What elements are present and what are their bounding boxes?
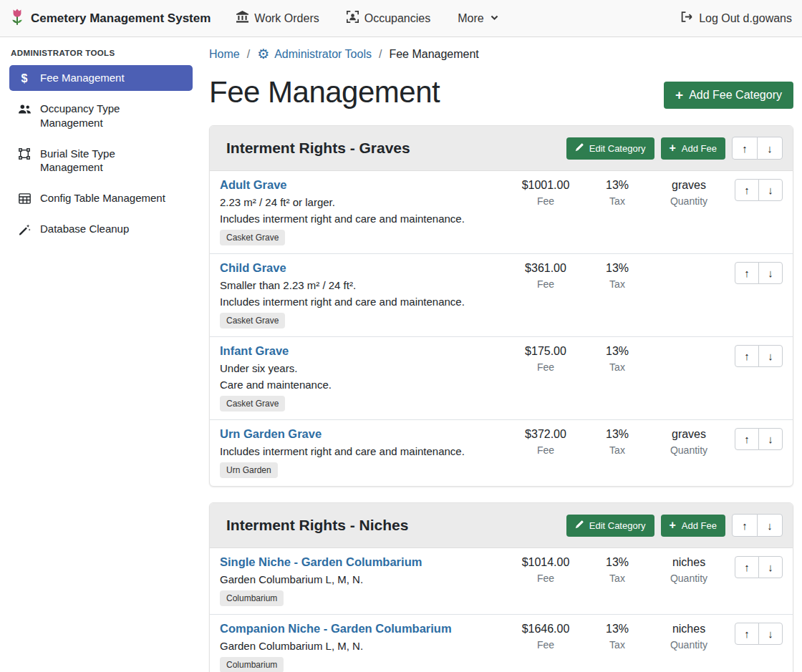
category-header: Interment Rights - Graves Edit Category: [210, 126, 793, 171]
fee-row-child-grave: Child Grave Smaller than 2.23 m² / 24 ft…: [210, 253, 793, 336]
fee-description: Care and maintenance.: [220, 379, 503, 391]
navbar-links: Work Orders Occupancies More: [236, 11, 498, 26]
move-fee-down-button[interactable]: ↓: [758, 428, 783, 450]
fee-quantity-cell: [653, 344, 725, 344]
fee-quantity-cell: [653, 260, 725, 261]
move-fee-up-button[interactable]: ↑: [735, 428, 759, 450]
logout-link[interactable]: Log Out d.gowans: [680, 11, 792, 26]
move-fee-down-button[interactable]: ↓: [758, 345, 783, 367]
logout-icon: [680, 11, 693, 26]
breadcrumb-admin-tools-link[interactable]: ⚙ Administrator Tools: [257, 47, 372, 61]
move-fee-down-button[interactable]: ↓: [758, 262, 783, 284]
fee-name-link[interactable]: Infant Grave: [220, 344, 289, 358]
fee-row-infant-grave: Infant Grave Under six years. Care and m…: [210, 336, 793, 419]
category-title: Interment Rights - Graves: [220, 140, 566, 157]
edit-category-button[interactable]: Edit Category: [566, 515, 654, 537]
brand-title: Cemetery Management System: [31, 11, 211, 26]
breadcrumb-separator: /: [247, 48, 250, 61]
fee-description: Smaller than 2.23 m² / 24 ft².: [220, 279, 503, 291]
move-category-up-button[interactable]: ↑: [732, 137, 758, 160]
fee-name-link[interactable]: Child Grave: [220, 260, 286, 275]
fee-type-badge: Casket Grave: [220, 230, 285, 245]
fee-reorder-group: ↑ ↓: [735, 428, 783, 450]
move-fee-up-button[interactable]: ↑: [735, 345, 759, 367]
fee-type-badge: Columbarium: [220, 657, 284, 672]
dollar-icon: $: [17, 72, 32, 85]
arrow-down-icon: ↓: [768, 184, 773, 196]
move-category-up-button[interactable]: ↑: [732, 514, 758, 537]
move-category-down-button[interactable]: ↓: [757, 137, 783, 160]
sidebar-item-config-table-management[interactable]: Config Table Management: [9, 185, 193, 211]
fee-name-link[interactable]: Adult Grave: [220, 177, 287, 192]
fee-name-link[interactable]: Companion Niche - Garden Columbarium: [220, 621, 452, 636]
sidebar-heading: Administrator Tools: [9, 46, 193, 65]
fee-quantity-cell: graves Quantity: [653, 427, 725, 456]
nav-more[interactable]: More: [458, 12, 498, 25]
sidebar-item-fee-management[interactable]: $ Fee Management: [9, 65, 193, 91]
sidebar-item-burial-site-type-management[interactable]: Burial Site Type Management: [9, 141, 193, 181]
fee-amount-cell: $1646.00 Fee: [510, 621, 581, 651]
move-fee-down-button[interactable]: ↓: [758, 623, 783, 645]
add-fee-category-button[interactable]: + Add Fee Category: [664, 82, 793, 109]
fee-reorder-group: ↑ ↓: [735, 623, 783, 645]
move-fee-up-button[interactable]: ↑: [735, 179, 759, 201]
sidebar-item-occupancy-type-management[interactable]: Occupancy Type Management: [9, 96, 193, 136]
category-actions: Edit Category + Add Fee ↑ ↓: [566, 137, 783, 160]
people-icon: [17, 102, 32, 116]
arrow-down-icon: ↓: [768, 628, 773, 640]
fee-tax-cell: 13% Tax: [581, 621, 653, 651]
fee-name-link[interactable]: Urn Garden Grave: [220, 427, 322, 441]
add-fee-button[interactable]: + Add Fee: [661, 137, 726, 160]
fee-amount-cell: $175.00 Fee: [510, 344, 581, 373]
fee-description: 2.23 m² / 24 ft² or larger.: [220, 196, 503, 208]
move-fee-up-button[interactable]: ↑: [735, 556, 759, 578]
category-reorder-group: ↑ ↓: [732, 137, 783, 160]
arrow-down-icon: ↓: [768, 350, 773, 362]
fee-type-badge: Urn Garden: [220, 462, 278, 478]
pencil-icon: [575, 520, 584, 531]
fee-amount-cell: $1001.00 Fee: [510, 177, 581, 207]
arrow-down-icon: ↓: [768, 561, 773, 573]
sidebar-item-database-cleanup[interactable]: Database Cleanup: [9, 216, 193, 242]
move-category-down-button[interactable]: ↓: [757, 514, 783, 537]
bounding-box-icon: [17, 147, 32, 161]
arrow-up-icon: ↑: [742, 142, 748, 155]
gear-icon: ⚙: [257, 47, 269, 61]
logout-label: Log Out d.gowans: [699, 12, 792, 25]
page-title: Fee Management: [209, 75, 440, 109]
fee-amount-cell: $1014.00 Fee: [510, 555, 581, 584]
move-fee-down-button[interactable]: ↓: [758, 179, 783, 201]
move-fee-up-button[interactable]: ↑: [735, 262, 759, 284]
fee-tax-cell: 13% Tax: [581, 344, 653, 373]
plus-icon: +: [670, 520, 676, 530]
fee-description: Garden Columbarium L, M, N.: [220, 640, 503, 652]
category-header: Interment Rights - Niches Edit Category: [210, 503, 793, 548]
breadcrumb-home-link[interactable]: Home: [209, 48, 240, 61]
category-card-niches: Interment Rights - Niches Edit Category: [209, 502, 793, 672]
arrow-up-icon: ↑: [744, 350, 750, 362]
fee-type-badge: Columbarium: [220, 590, 284, 606]
arrow-up-icon: ↑: [742, 520, 748, 532]
page-layout: Administrator Tools $ Fee Management Occ…: [0, 37, 802, 672]
fee-name-link[interactable]: Single Niche - Garden Columbarium: [220, 555, 422, 569]
fee-type-badge: Casket Grave: [220, 396, 285, 412]
page-header: Fee Management + Add Fee Category: [209, 75, 793, 109]
arrow-up-icon: ↑: [744, 433, 750, 445]
fee-amount-cell: $361.00 Fee: [510, 260, 581, 290]
fee-quantity-cell: niches Quantity: [653, 621, 725, 651]
nav-more-label: More: [458, 12, 483, 25]
add-fee-button[interactable]: + Add Fee: [661, 515, 726, 537]
edit-category-button[interactable]: Edit Category: [566, 137, 654, 160]
nav-work-orders-label: Work Orders: [254, 12, 319, 25]
arrow-down-icon: ↓: [767, 520, 773, 532]
brand-link[interactable]: Cemetery Management System: [10, 7, 211, 29]
fee-tax-cell: 13% Tax: [581, 260, 653, 290]
move-fee-up-button[interactable]: ↑: [735, 623, 759, 645]
nav-work-orders[interactable]: Work Orders: [236, 11, 319, 26]
work-orders-icon: [236, 11, 248, 26]
move-fee-down-button[interactable]: ↓: [758, 556, 783, 578]
nav-occupancies[interactable]: Occupancies: [347, 11, 431, 26]
app-root: Cemetery Management System Work Orders: [0, 0, 802, 672]
fee-tax-cell: 13% Tax: [581, 427, 653, 456]
sidebar: Administrator Tools $ Fee Management Occ…: [0, 37, 202, 672]
